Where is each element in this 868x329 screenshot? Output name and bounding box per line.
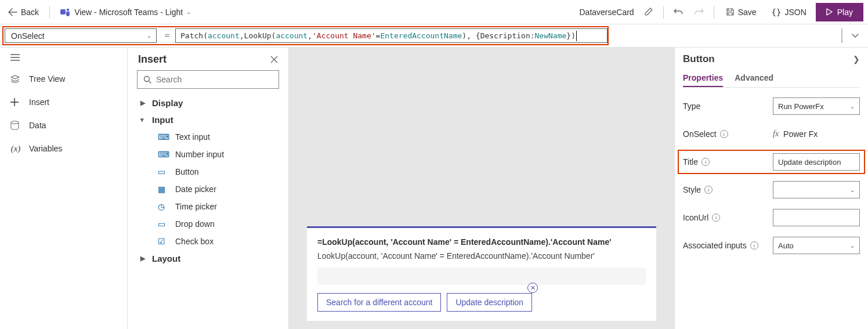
insert-text-input[interactable]: ⌨Text input: [128, 128, 288, 146]
tok: EnteredAccountName: [380, 31, 462, 40]
insert-date-picker[interactable]: ▦Date picker: [128, 180, 288, 198]
svg-point-3: [144, 77, 150, 82]
item-label: Button: [175, 167, 198, 176]
json-button[interactable]: {} JSON: [766, 3, 812, 21]
fx-icon: fx: [773, 129, 779, 139]
rail-data[interactable]: Data: [0, 114, 127, 137]
rail-label: Tree View: [29, 74, 65, 84]
chevron-right-icon[interactable]: ❯: [853, 55, 860, 64]
group-label: Input: [152, 115, 173, 125]
redo-icon: [695, 8, 704, 16]
info-icon[interactable]: i: [701, 158, 710, 166]
label-assoc: Associated inputs: [683, 241, 747, 250]
insert-group-display[interactable]: ▶ Display: [128, 95, 288, 111]
formula-equals: =: [159, 28, 175, 43]
insert-drop-down[interactable]: ▭Drop down: [128, 215, 288, 233]
title-input[interactable]: Update description: [773, 153, 860, 171]
insert-check-box[interactable]: ☑Check box: [128, 233, 288, 250]
tok: (: [203, 31, 208, 40]
braces-icon: {}: [772, 8, 782, 17]
style-dropdown[interactable]: ⌄: [773, 181, 860, 198]
card-input-placeholder[interactable]: [317, 267, 646, 285]
play-label: Play: [837, 8, 853, 17]
rail-variables[interactable]: (x) Variables: [0, 137, 127, 160]
card-line1: =LookUp(account, 'Account Name' = Entere…: [317, 237, 646, 247]
chevron-down-icon: ⌄: [147, 32, 151, 39]
chevron-down-icon: ⌄: [850, 187, 855, 193]
back-button[interactable]: Back: [2, 3, 45, 21]
insert-button[interactable]: ▭Button: [128, 163, 288, 180]
close-panel-button[interactable]: [270, 56, 278, 63]
onselect-value: Power Fx: [783, 129, 818, 139]
tok: account: [276, 31, 308, 40]
play-button[interactable]: Play: [816, 3, 863, 21]
group-label: Layout: [152, 254, 180, 263]
tok: Patch: [180, 31, 203, 40]
svg-rect-0: [60, 9, 66, 15]
rail-insert[interactable]: Insert: [0, 91, 127, 114]
insert-group-layout[interactable]: ▶ Layout: [128, 250, 288, 267]
tok: ): [462, 31, 466, 40]
formula-input[interactable]: Patch(account, LookUp(account, 'Account …: [175, 28, 607, 43]
undo-button[interactable]: [670, 3, 687, 21]
rail-tree-view[interactable]: Tree View: [0, 67, 127, 91]
rail-label: Variables: [29, 144, 62, 153]
item-label: Drop down: [175, 219, 215, 229]
tab-properties[interactable]: Properties: [683, 70, 723, 87]
insert-search-input[interactable]: [156, 75, 273, 84]
calendar-icon: ▦: [158, 185, 168, 194]
item-label: Time picker: [175, 202, 217, 211]
plus-icon: [10, 98, 21, 106]
clear-icon[interactable]: ✕: [527, 283, 538, 293]
view-dropdown[interactable]: View - Microsoft Teams - Light ⌄: [55, 3, 197, 21]
insert-search[interactable]: [137, 70, 279, 89]
label-iconurl: IconUrl: [683, 213, 708, 222]
search-icon: [143, 75, 151, 84]
layers-icon: [10, 75, 21, 83]
info-icon[interactable]: i: [712, 214, 720, 222]
btn-label: Search for a different account: [326, 298, 432, 307]
label-onselect: OnSelect: [683, 129, 717, 139]
tok: ,: [308, 31, 312, 40]
insert-number-input[interactable]: ⌨Number input: [128, 146, 288, 163]
card-preview[interactable]: =LookUp(account, 'Account Name' = Entere…: [307, 226, 656, 321]
type-dropdown[interactable]: Run PowerFx ⌄: [773, 97, 860, 115]
input-value: Update description: [778, 158, 841, 167]
iconurl-input[interactable]: [773, 209, 860, 226]
insert-group-input[interactable]: ▾ Input: [128, 111, 288, 128]
card-update-button[interactable]: Update description: [447, 293, 532, 312]
chevron-down-icon: ⌄: [850, 243, 855, 249]
formula-highlight: OnSelect ⌄ = Patch(account, LookUp(accou…: [2, 26, 609, 45]
chevron-down-icon: ▾: [140, 116, 146, 124]
item-label: Date picker: [175, 185, 216, 194]
formula-expand[interactable]: [845, 26, 866, 45]
props-title: Button: [683, 53, 715, 65]
tok: LookUp: [244, 31, 272, 40]
text-input-icon: ⌨: [158, 132, 168, 142]
formula-tail: [611, 28, 842, 43]
svg-point-2: [11, 121, 19, 124]
info-icon[interactable]: i: [750, 241, 758, 250]
variable-icon: (x): [10, 144, 21, 154]
dd-value: Auto: [778, 241, 794, 250]
info-icon[interactable]: i: [704, 186, 713, 194]
assoc-dropdown[interactable]: Auto ⌄: [773, 237, 860, 254]
chevron-down-icon: [851, 33, 859, 39]
info-icon[interactable]: i: [720, 130, 728, 138]
chevron-right-icon: ▶: [140, 255, 146, 262]
tok: ,: [240, 31, 244, 40]
design-canvas[interactable]: =LookUp(account, 'Account Name' = Entere…: [289, 48, 674, 329]
label-type: Type: [683, 102, 700, 111]
insert-time-picker[interactable]: ◷Time picker: [128, 198, 288, 215]
tab-advanced[interactable]: Advanced: [735, 70, 773, 87]
edit-name-button[interactable]: [640, 3, 657, 21]
save-button[interactable]: Save: [720, 3, 762, 21]
redo-button: [690, 3, 708, 21]
hamburger-button[interactable]: [0, 48, 127, 67]
undo-icon: [674, 8, 683, 16]
tok: }): [566, 31, 576, 40]
caret: [576, 31, 577, 41]
card-search-button[interactable]: Search for a different account: [317, 293, 441, 312]
property-dropdown[interactable]: OnSelect ⌄: [5, 28, 157, 43]
dropdown-icon: ▭: [158, 219, 168, 229]
